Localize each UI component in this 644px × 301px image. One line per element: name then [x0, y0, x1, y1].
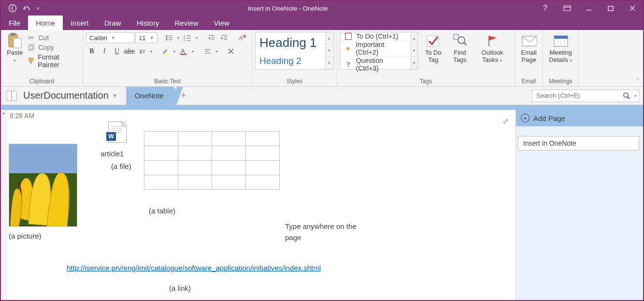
tab-file[interactable]: File: [1, 15, 28, 30]
todo-tag-button[interactable]: To Do Tag: [420, 32, 447, 65]
underline-button[interactable]: U: [111, 46, 123, 57]
email-page-button[interactable]: Email Page: [518, 32, 540, 65]
svg-point-0: [9, 5, 16, 12]
outdent-button[interactable]: [206, 32, 217, 43]
star-icon: ★: [344, 45, 352, 52]
close-icon[interactable]: [621, 1, 643, 15]
page-pane: + Add Page Insert in OneNote: [515, 110, 643, 301]
section-tab-onenote[interactable]: OneNote: [126, 87, 176, 105]
chevron-down-icon[interactable]: ▼: [113, 93, 117, 98]
qat-customize-icon[interactable]: ▾: [35, 5, 42, 12]
magnifier-icon: [452, 33, 468, 48]
notebook-name[interactable]: UserDocumentation: [23, 90, 109, 101]
note-gutter[interactable]: ▴: [1, 110, 7, 301]
strikethrough-button[interactable]: abc: [124, 46, 135, 57]
collapse-ribbon-icon[interactable]: ˄: [632, 30, 643, 86]
tab-insert[interactable]: Insert: [63, 15, 97, 30]
style-heading1[interactable]: Heading 1: [259, 35, 321, 50]
chevron-down-icon: ▾: [110, 35, 117, 40]
styles-gallery[interactable]: Heading 1 Heading 2: [255, 32, 326, 70]
type-anywhere-hint: Type anywhere on the page: [285, 221, 372, 243]
styles-scroller[interactable]: ▴ ▾ ▾: [326, 32, 334, 70]
chevron-down-icon[interactable]: ▾: [215, 49, 219, 54]
font-combo[interactable]: Calibri ▾: [86, 32, 134, 43]
tab-history[interactable]: History: [129, 15, 167, 30]
meeting-details-button[interactable]: Meeting Details ▾: [546, 32, 575, 65]
inserted-picture[interactable]: [9, 144, 77, 226]
file-name[interactable]: article1: [100, 150, 124, 158]
inserted-table[interactable]: [144, 131, 280, 190]
svg-rect-12: [30, 61, 31, 64]
tag-important[interactable]: ★ Important (Ctrl+2): [341, 41, 411, 57]
indent-button[interactable]: [218, 32, 230, 43]
svg-rect-11: [29, 58, 33, 61]
cut-button[interactable]: ✂ Cut: [28, 34, 80, 42]
page-canvas[interactable]: 8:26 AM (a picture) W article1 (a file): [7, 110, 515, 301]
highlight-button[interactable]: [159, 46, 171, 57]
window-title: Insert in OneNote - OneNote: [42, 5, 534, 12]
subscript-button[interactable]: x2: [136, 46, 148, 57]
checkmark-icon: [426, 33, 441, 48]
bold-button[interactable]: B: [86, 46, 98, 57]
style-heading2[interactable]: Heading 2: [259, 56, 321, 66]
undo-icon[interactable]: [20, 2, 34, 15]
inserted-link[interactable]: http://iservice.prv/eng/imit/catalogue/s…: [67, 264, 321, 272]
tab-home[interactable]: Home: [28, 15, 63, 30]
minimize-icon[interactable]: [578, 1, 600, 15]
search-box[interactable]: ▾: [532, 90, 639, 102]
find-tags-button[interactable]: Find Tags: [447, 32, 473, 65]
numbering-button[interactable]: 123: [182, 32, 193, 43]
chevron-down-icon[interactable]: ▾: [632, 93, 639, 98]
chevron-down-icon[interactable]: ▾: [172, 49, 177, 54]
svg-text:3: 3: [184, 39, 185, 41]
notebook-nav: UserDocumentation ▼ OneNote + ▾: [1, 87, 643, 105]
tags-scroller[interactable]: ▴ ▾ ▾: [411, 32, 418, 70]
notebook-icon[interactable]: [4, 89, 20, 103]
chevron-down-icon[interactable]: ▾: [149, 49, 154, 54]
chevron-down-icon[interactable]: ▾: [411, 45, 417, 57]
table-caption: (a table): [149, 207, 175, 215]
svg-point-17: [166, 39, 168, 41]
outlook-tasks-button[interactable]: Outlook Tasks ▾: [473, 32, 512, 65]
chevron-up-icon[interactable]: ▴: [411, 32, 417, 45]
add-page-button[interactable]: + Add Page: [516, 110, 643, 126]
font-size-combo[interactable]: 11 ▾: [135, 32, 157, 43]
back-icon[interactable]: [6, 2, 19, 15]
more-icon[interactable]: ▾: [411, 57, 417, 69]
chevron-down-icon[interactable]: ▾: [194, 36, 199, 40]
search-icon[interactable]: [621, 92, 632, 100]
maximize-icon[interactable]: [600, 1, 621, 15]
page-list-item[interactable]: Insert in OneNote: [518, 136, 639, 150]
group-meetings-label: Meetings: [543, 76, 578, 86]
paste-button[interactable]: Paste▾: [4, 32, 26, 65]
expand-icon[interactable]: ⤢: [502, 117, 509, 126]
paste-label: Paste: [7, 49, 23, 56]
search-input[interactable]: [532, 92, 621, 99]
tab-review[interactable]: Review: [167, 15, 206, 30]
chevron-down-icon[interactable]: ▾: [190, 49, 195, 54]
chevron-up-icon[interactable]: ▴: [326, 32, 333, 45]
paste-icon: [7, 33, 23, 48]
align-button[interactable]: [202, 46, 214, 57]
clear-formatting-button[interactable]: A: [237, 32, 248, 43]
help-icon[interactable]: ?: [534, 1, 556, 15]
bullets-button[interactable]: [163, 32, 175, 43]
format-painter-button[interactable]: Format Painter: [28, 53, 80, 69]
more-icon[interactable]: ▾: [326, 57, 333, 69]
delete-button[interactable]: [225, 46, 237, 57]
tab-draw[interactable]: Draw: [97, 15, 129, 30]
chevron-down-icon[interactable]: ▾: [326, 45, 333, 57]
tag-todo[interactable]: To Do (Ctrl+1): [341, 32, 411, 41]
italic-button[interactable]: I: [99, 46, 110, 57]
tab-view[interactable]: View: [206, 15, 237, 30]
chevron-up-icon[interactable]: ▴: [1, 110, 6, 115]
tag-question[interactable]: ? Question (Ctrl+3): [341, 57, 411, 72]
tags-gallery[interactable]: To Do (Ctrl+1) ★ Important (Ctrl+2) ? Qu…: [340, 32, 411, 70]
copy-button[interactable]: Copy: [28, 44, 80, 51]
group-styles-label: Styles: [252, 76, 337, 86]
font-color-button[interactable]: A: [178, 46, 189, 57]
word-file-icon[interactable]: W: [108, 121, 127, 143]
chevron-down-icon[interactable]: ▾: [176, 36, 181, 40]
link-caption: (a link): [169, 284, 191, 292]
ribbon-options-icon[interactable]: [556, 1, 578, 15]
